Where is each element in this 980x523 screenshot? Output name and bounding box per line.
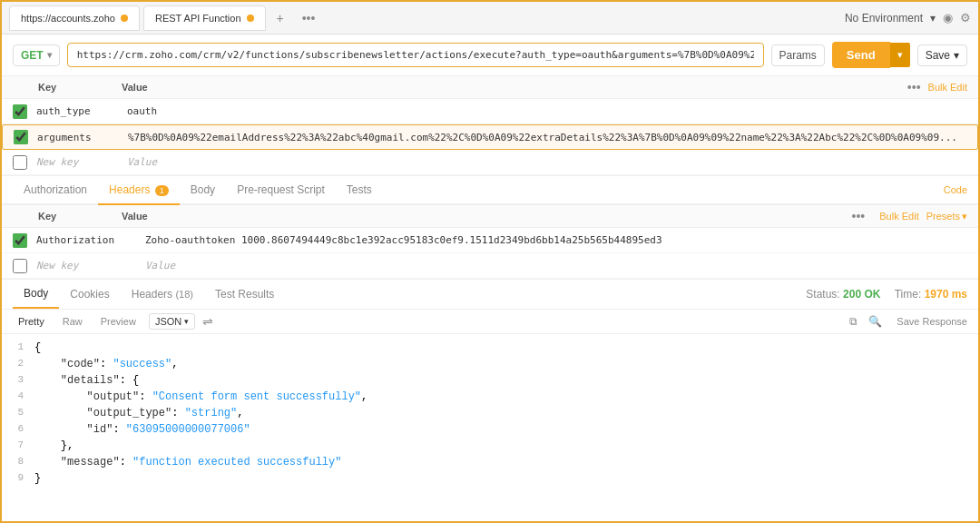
- code-line: 7 },: [2, 439, 978, 456]
- headers-value-col: Value: [122, 211, 852, 222]
- eye-icon[interactable]: ◉: [943, 11, 953, 25]
- line-number: 5: [2, 407, 34, 423]
- param-row-arguments: arguments %7B%0D%0A09%22emailAddress%22%…: [2, 124, 978, 150]
- format-pretty-button[interactable]: Pretty: [13, 314, 50, 329]
- code-line: 4 "output": "Consent form sent successfu…: [2, 390, 978, 407]
- tab-rest-api-label: REST API Function: [155, 13, 241, 24]
- header-authorization-checkbox[interactable]: [13, 233, 27, 248]
- tab-more-button[interactable]: •••: [295, 7, 323, 29]
- line-number: 1: [2, 341, 34, 358]
- code-line: 6 "id": "63095000000077006": [2, 423, 978, 439]
- code-line: 3 "details": {: [2, 374, 978, 390]
- format-type-selector[interactable]: JSON ▾: [149, 313, 195, 330]
- line-content: },: [34, 439, 978, 456]
- line-content: "id": "63095000000077006": [34, 423, 978, 439]
- response-status-info: Status: 200 OK Time: 1970 ms: [806, 288, 967, 301]
- tab-add-button[interactable]: +: [270, 7, 291, 29]
- search-icon[interactable]: 🔍: [868, 315, 882, 328]
- line-number: 4: [2, 390, 34, 407]
- format-raw-button[interactable]: Raw: [57, 314, 88, 329]
- line-content: "output": "Consent form sent successfull…: [34, 390, 978, 407]
- tab-bar: https://accounts.zoho REST API Function …: [2, 2, 978, 35]
- params-section: Key Value ••• Bulk Edit auth_type oauth …: [2, 76, 978, 176]
- code-line: 2 "code": "success",: [2, 358, 978, 374]
- format-type-label: JSON: [155, 316, 181, 327]
- method-arrow-icon: ▾: [47, 50, 52, 60]
- tab-url[interactable]: https://accounts.zoho: [9, 5, 140, 31]
- tab-body[interactable]: Body: [180, 176, 226, 203]
- code-link[interactable]: Code: [944, 184, 967, 195]
- env-name: No Environment: [845, 12, 923, 25]
- line-content: "code": "success",: [34, 358, 978, 374]
- response-format-bar: Pretty Raw Preview JSON ▾ ⇌ ⧉ 🔍 Save Res…: [2, 310, 978, 334]
- tab-dot: [121, 15, 128, 22]
- params-button[interactable]: Params: [771, 44, 825, 66]
- param-arguments-checkbox[interactable]: [14, 130, 28, 144]
- param-arguments-value: %7B%0D%0A09%22emailAddress%22%3A%22abc%4…: [128, 132, 966, 143]
- status-label: Status:: [806, 288, 843, 301]
- code-line: 9}: [2, 472, 978, 488]
- param-new-value[interactable]: Value: [127, 156, 967, 168]
- save-button[interactable]: Save ▾: [917, 44, 967, 66]
- code-line: 8 "message": "function executed successf…: [2, 456, 978, 472]
- send-button[interactable]: Send: [832, 42, 890, 68]
- save-response-button[interactable]: Save Response: [897, 316, 967, 327]
- url-input[interactable]: [68, 44, 763, 66]
- response-tab-body[interactable]: Body: [13, 280, 59, 309]
- headers-bulk-edit-button[interactable]: Bulk Edit: [879, 211, 918, 222]
- env-chevron-icon[interactable]: ▾: [930, 12, 936, 25]
- header-new-key[interactable]: New key: [36, 260, 145, 271]
- copy-icon[interactable]: ⧉: [849, 315, 858, 328]
- header-authorization-value: Zoho-oauthtoken 1000.8607494449c8bc1e392…: [145, 234, 967, 246]
- param-auth-type-checkbox[interactable]: [13, 104, 27, 119]
- request-tabs-nav: Authorization Headers 1 Body Pre-request…: [2, 176, 978, 205]
- tab-url-label: https://accounts.zoho: [21, 13, 115, 24]
- response-tab-test-results[interactable]: Test Results: [204, 281, 285, 308]
- response-tab-cookies[interactable]: Cookies: [59, 281, 120, 308]
- param-new-checkbox[interactable]: [13, 155, 27, 170]
- environment-selector[interactable]: No Environment ▾ ◉ ⚙: [845, 11, 971, 25]
- header-new-checkbox[interactable]: [13, 259, 27, 273]
- method-label: GET: [21, 49, 44, 62]
- response-tab-headers[interactable]: Headers (18): [121, 281, 204, 308]
- tab-tests[interactable]: Tests: [336, 176, 383, 203]
- line-number: 6: [2, 423, 34, 439]
- line-content: }: [34, 472, 978, 488]
- params-key-header: Key: [13, 82, 122, 93]
- header-new-value[interactable]: Value: [145, 260, 967, 271]
- status-value: 200 OK: [843, 288, 880, 301]
- response-body: Pretty Raw Preview JSON ▾ ⇌ ⧉ 🔍 Save Res…: [2, 310, 978, 521]
- tab-authorization[interactable]: Authorization: [13, 176, 98, 203]
- response-code-area: 1{2 "code": "success",3 "details": {4 "o…: [2, 334, 978, 521]
- params-bulk-edit-button[interactable]: Bulk Edit: [928, 82, 967, 93]
- send-arrow-button[interactable]: ▾: [890, 43, 910, 67]
- tab-rest-api[interactable]: REST API Function: [143, 5, 266, 31]
- headers-section: Key Value ••• Bulk Edit Presets ▾ Author…: [2, 205, 978, 280]
- url-input-wrapper: [67, 43, 764, 67]
- code-line: 1{: [2, 341, 978, 358]
- param-new-key[interactable]: New key: [36, 156, 127, 168]
- headers-dots-button[interactable]: •••: [852, 209, 866, 223]
- line-number: 7: [2, 439, 34, 456]
- header-new-row: New key Value: [2, 253, 978, 279]
- line-number: 2: [2, 358, 34, 374]
- time-value: 1970 ms: [925, 288, 967, 301]
- send-button-group: Send ▾: [832, 42, 910, 68]
- line-content: "details": {: [34, 374, 978, 390]
- line-content: {: [34, 341, 978, 358]
- params-dots-button[interactable]: •••: [907, 80, 921, 94]
- tab-headers[interactable]: Headers 1: [98, 176, 180, 205]
- gear-icon[interactable]: ⚙: [960, 11, 971, 25]
- time-label: Time:: [895, 288, 925, 301]
- method-selector[interactable]: GET ▾: [13, 44, 60, 66]
- headers-presets-button[interactable]: Presets ▾: [926, 211, 967, 222]
- param-row-auth-type: auth_type oauth: [2, 99, 978, 124]
- param-arguments-key: arguments: [37, 132, 128, 143]
- headers-key-col: Key: [13, 211, 122, 222]
- tab-rest-dot: [247, 15, 254, 22]
- format-preview-button[interactable]: Preview: [95, 314, 142, 329]
- save-arrow-icon: ▾: [954, 49, 959, 62]
- wrap-icon[interactable]: ⇌: [202, 314, 213, 329]
- headers-table-header: Key Value ••• Bulk Edit Presets ▾: [2, 205, 978, 228]
- tab-pre-request[interactable]: Pre-request Script: [226, 176, 336, 203]
